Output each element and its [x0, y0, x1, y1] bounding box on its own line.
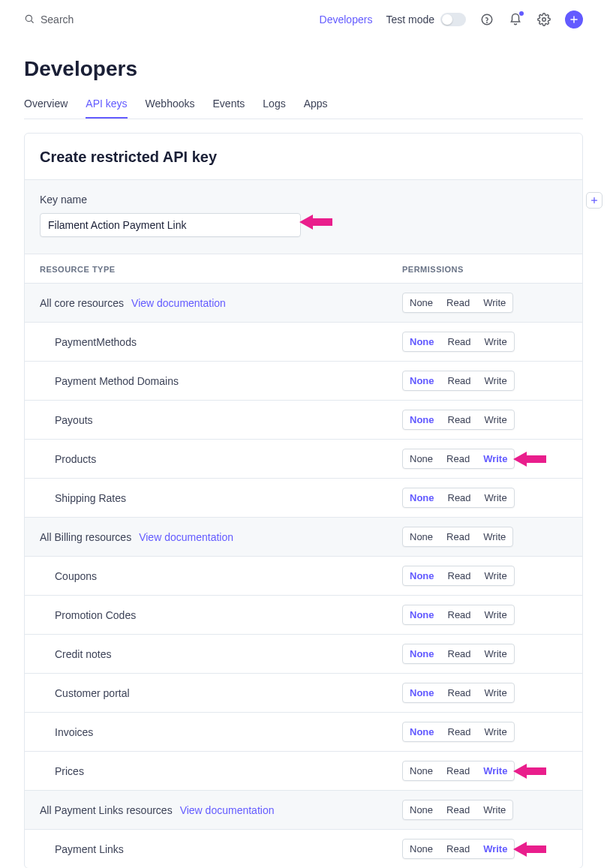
perm-write[interactable]: Write [478, 683, 514, 702]
permission-segmented[interactable]: NoneReadWrite [402, 449, 515, 469]
perm-none[interactable]: None [403, 722, 441, 741]
perm-none[interactable]: None [403, 371, 441, 390]
panel-heading: Create restricted API key [25, 134, 582, 179]
permission-segmented[interactable]: NoneReadWrite [402, 488, 515, 508]
perm-read[interactable]: Read [441, 683, 478, 702]
perm-none[interactable]: None [403, 605, 441, 624]
perm-read[interactable]: Read [441, 410, 478, 429]
permission-segmented[interactable]: NoneReadWrite [402, 332, 515, 352]
resource-label: All core resourcesView documentation [40, 297, 402, 309]
perm-none[interactable]: None [403, 449, 440, 468]
permission-segmented[interactable]: NoneReadWrite [402, 371, 515, 391]
perm-write[interactable]: Write [478, 332, 514, 351]
permission-segmented[interactable]: NoneReadWrite [402, 410, 515, 430]
perm-none[interactable]: None [403, 839, 440, 858]
perm-read[interactable]: Read [440, 761, 476, 780]
developers-link[interactable]: Developers [320, 14, 373, 26]
permission-segmented[interactable]: NoneReadWrite [402, 527, 513, 547]
resource-label: Payment Method Domains [40, 375, 402, 387]
permission-control: NoneReadWrite [402, 722, 567, 742]
permission-segmented[interactable]: NoneReadWrite [402, 293, 513, 313]
perm-none[interactable]: None [403, 488, 441, 507]
resource-row: Payment Method DomainsNoneReadWrite [25, 361, 582, 400]
key-name-section: Key name [25, 179, 582, 254]
resource-label: PaymentMethods [40, 336, 402, 348]
resource-label: All Payment Links resourcesView document… [40, 804, 402, 816]
svg-point-3 [487, 22, 488, 23]
perm-write[interactable]: Write [476, 527, 512, 546]
perm-write[interactable]: Write [478, 644, 514, 663]
perm-read[interactable]: Read [440, 800, 476, 819]
resource-row: Credit notesNoneReadWrite [25, 634, 582, 673]
perm-read[interactable]: Read [441, 488, 478, 507]
perm-write[interactable]: Write [478, 371, 514, 390]
resource-row: PaymentMethodsNoneReadWrite [25, 322, 582, 361]
perm-write[interactable]: Write [476, 293, 512, 312]
perm-none[interactable]: None [403, 683, 441, 702]
svg-marker-7 [299, 215, 332, 230]
resource-row: Customer portalNoneReadWrite [25, 673, 582, 712]
perm-write[interactable]: Write [478, 605, 514, 624]
permission-control: NoneReadWrite [402, 449, 567, 469]
resource-label: Prices [40, 765, 402, 777]
test-mode-toggle[interactable] [440, 13, 466, 26]
perm-read[interactable]: Read [441, 644, 478, 663]
permission-segmented[interactable]: NoneReadWrite [402, 683, 515, 703]
column-resource: RESOURCE TYPE [40, 265, 402, 274]
perm-write[interactable]: Write [478, 410, 514, 429]
key-name-input[interactable] [40, 213, 301, 237]
page-title: Developers [24, 57, 583, 81]
perm-read[interactable]: Read [440, 527, 476, 546]
permission-segmented[interactable]: NoneReadWrite [402, 839, 515, 859]
perm-write[interactable]: Write [478, 722, 514, 741]
tab-api-keys[interactable]: API keys [86, 92, 127, 119]
settings-icon[interactable] [536, 12, 551, 27]
permission-segmented[interactable]: NoneReadWrite [402, 800, 513, 820]
perm-read[interactable]: Read [440, 293, 476, 312]
perm-write[interactable]: Write [476, 449, 514, 468]
perm-write[interactable]: Write [478, 566, 514, 585]
perm-none[interactable]: None [403, 566, 441, 585]
resource-row: Payment LinksNoneReadWrite [25, 829, 582, 868]
perm-read[interactable]: Read [440, 839, 476, 858]
view-documentation-link[interactable]: View documentation [131, 297, 226, 309]
view-documentation-link[interactable]: View documentation [139, 531, 233, 543]
view-documentation-link[interactable]: View documentation [180, 804, 275, 816]
help-icon[interactable] [479, 12, 494, 27]
perm-read[interactable]: Read [441, 332, 478, 351]
panel-create-key: Create restricted API key Key name RESOU… [24, 133, 583, 868]
permission-segmented[interactable]: NoneReadWrite [402, 761, 515, 781]
tab-logs[interactable]: Logs [263, 92, 285, 119]
tab-events[interactable]: Events [213, 92, 245, 119]
perm-none[interactable]: None [403, 644, 441, 663]
perm-write[interactable]: Write [476, 839, 514, 858]
perm-none[interactable]: None [403, 410, 441, 429]
perm-none[interactable]: None [403, 332, 441, 351]
tab-apps[interactable]: Apps [304, 92, 328, 119]
perm-read[interactable]: Read [441, 722, 478, 741]
perm-none[interactable]: None [403, 800, 440, 819]
permission-segmented[interactable]: NoneReadWrite [402, 605, 515, 625]
search-placeholder: Search [41, 14, 74, 26]
create-button[interactable] [565, 11, 583, 29]
perm-read[interactable]: Read [441, 371, 478, 390]
perm-read[interactable]: Read [441, 605, 478, 624]
search-trigger[interactable]: Search [24, 14, 74, 26]
perm-none[interactable]: None [403, 761, 440, 780]
permission-segmented[interactable]: NoneReadWrite [402, 566, 515, 586]
notifications-icon[interactable] [508, 12, 523, 27]
perm-none[interactable]: None [403, 527, 440, 546]
perm-write[interactable]: Write [478, 488, 514, 507]
perm-read[interactable]: Read [441, 566, 478, 585]
tab-overview[interactable]: Overview [24, 92, 68, 119]
perm-write[interactable]: Write [476, 761, 514, 780]
test-mode-label: Test mode [386, 14, 434, 26]
perm-none[interactable]: None [403, 293, 440, 312]
permission-control: NoneReadWrite [402, 605, 567, 625]
side-add-button[interactable] [586, 192, 602, 209]
perm-read[interactable]: Read [440, 449, 476, 468]
permission-segmented[interactable]: NoneReadWrite [402, 644, 515, 664]
permission-segmented[interactable]: NoneReadWrite [402, 722, 515, 742]
perm-write[interactable]: Write [476, 800, 512, 819]
tab-webhooks[interactable]: Webhooks [146, 92, 195, 119]
